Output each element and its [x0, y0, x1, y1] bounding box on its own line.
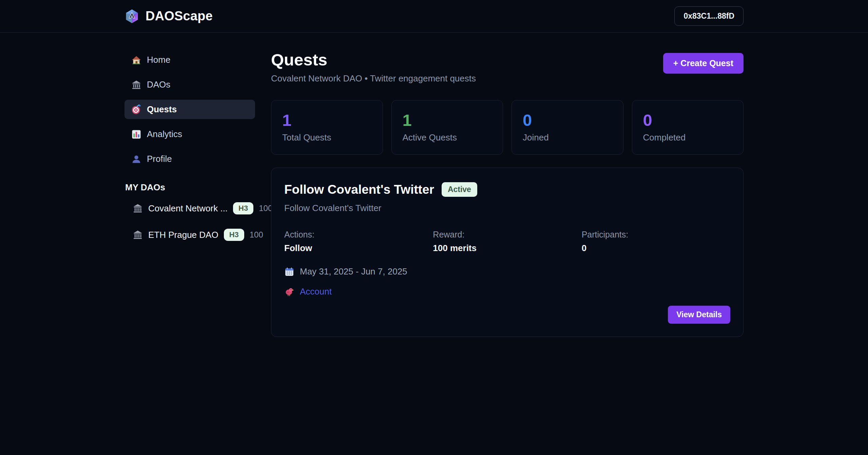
my-daos-heading: MY DAOs	[125, 182, 255, 193]
bank-icon	[133, 203, 143, 213]
stat-label: Joined	[523, 132, 612, 143]
bank-icon	[133, 230, 143, 240]
dao-score: 100	[259, 204, 272, 213]
quest-status-badge: Active	[442, 182, 477, 197]
stat-value: 1	[282, 111, 372, 130]
page-title: Quests	[271, 50, 476, 69]
dao-tier-badge: H3	[233, 202, 253, 214]
home-icon	[131, 55, 141, 65]
calendar-icon	[284, 267, 294, 277]
quest-field-participants: Participants: 0	[582, 230, 730, 253]
field-value: 0	[582, 243, 730, 253]
brand: DAOScape	[124, 9, 213, 24]
stat-card-joined: 0 Joined	[512, 100, 623, 155]
main-content: Quests Covalent Network DAO • Twitter en…	[271, 50, 744, 337]
app-header: DAOScape 0x83C1...88fD	[0, 0, 868, 33]
bank-icon	[131, 80, 141, 90]
sidebar-dao-eth-prague[interactable]: ETH Prague DAO H3 100	[124, 224, 255, 246]
wallet-address-button[interactable]: 0x83C1...88fD	[674, 6, 744, 26]
dao-tier-badge: H3	[224, 229, 244, 241]
sidebar-item-daos[interactable]: DAOs	[124, 75, 255, 94]
field-label: Actions:	[284, 230, 433, 240]
quest-description: Follow Covalent's Twitter	[284, 203, 730, 213]
sidebar-item-quests[interactable]: Quests	[124, 100, 255, 119]
view-details-button[interactable]: View Details	[668, 306, 730, 324]
quest-field-reward: Reward: 100 merits	[433, 230, 581, 253]
sidebar-item-label: Analytics	[147, 129, 182, 139]
stats-row: 1 Total Quests 1 Active Quests 0 Joined …	[271, 100, 744, 155]
bar-chart-icon	[131, 129, 141, 139]
dao-name: ETH Prague DAO	[148, 230, 218, 240]
stat-value: 0	[643, 111, 733, 130]
sidebar-item-home[interactable]: Home	[124, 50, 255, 70]
stat-label: Completed	[643, 132, 733, 143]
dao-score: 100	[250, 230, 263, 240]
stat-label: Active Quests	[403, 132, 492, 143]
stat-card-active-quests: 1 Active Quests	[391, 100, 503, 155]
sidebar-item-analytics[interactable]: Analytics	[124, 125, 255, 144]
quest-account-row: Account	[284, 286, 730, 297]
sidebar-item-profile[interactable]: Profile	[124, 149, 255, 169]
sidebar: Home DAOs Quests	[124, 50, 255, 337]
quest-title: Follow Covalent's Twitter	[284, 183, 434, 197]
sidebar-item-label: DAOs	[147, 79, 170, 90]
sidebar-item-label: Home	[147, 55, 170, 65]
bird-icon	[284, 287, 294, 297]
sidebar-dao-covalent[interactable]: Covalent Network ... H3 100	[124, 197, 255, 219]
sidebar-item-label: Profile	[147, 154, 172, 164]
person-icon	[131, 154, 141, 164]
field-value: 100 merits	[433, 243, 581, 253]
sidebar-item-label: Quests	[147, 104, 177, 115]
stat-value: 0	[523, 111, 612, 130]
stat-card-total-quests: 1 Total Quests	[271, 100, 383, 155]
page-subtitle: Covalent Network DAO • Twitter engagemen…	[271, 73, 476, 84]
quest-field-actions: Actions: Follow	[284, 230, 433, 253]
field-value: Follow	[284, 243, 433, 253]
app-title: DAOScape	[146, 9, 213, 23]
stat-value: 1	[403, 111, 492, 130]
quest-date-range: May 31, 2025 - Jun 7, 2025	[300, 266, 407, 277]
daoscape-logo-icon	[124, 9, 139, 24]
account-link[interactable]: Account	[300, 286, 332, 297]
stat-label: Total Quests	[282, 132, 372, 143]
dao-name: Covalent Network ...	[148, 203, 228, 214]
quest-date-range-row: May 31, 2025 - Jun 7, 2025	[284, 266, 730, 277]
target-icon	[131, 105, 141, 115]
stat-card-completed: 0 Completed	[632, 100, 744, 155]
create-quest-button[interactable]: + Create Quest	[663, 53, 744, 74]
field-label: Participants:	[582, 230, 730, 240]
field-label: Reward:	[433, 230, 581, 240]
quest-card: Follow Covalent's Twitter Active Follow …	[271, 168, 744, 337]
